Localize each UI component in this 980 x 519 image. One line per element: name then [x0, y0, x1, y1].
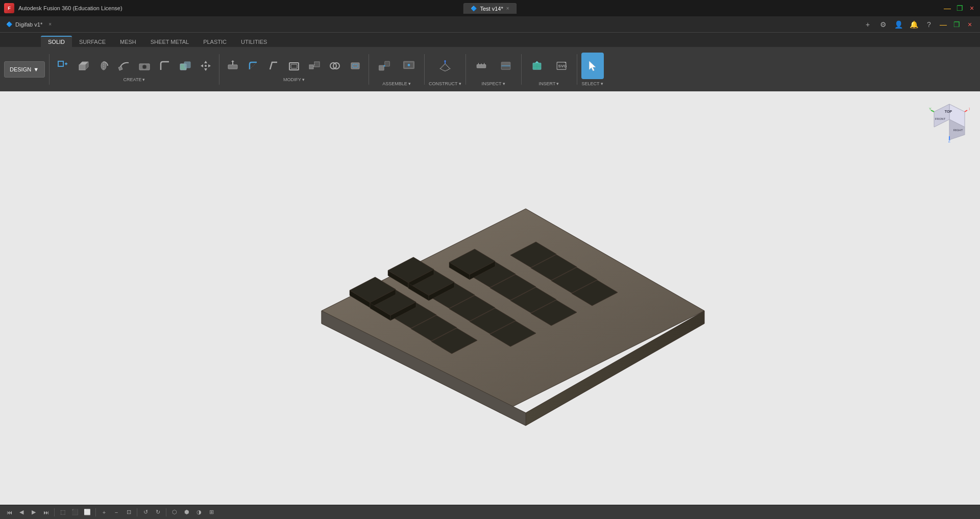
view-type-2[interactable]: ⬛: [70, 507, 80, 517]
timeline-play-button[interactable]: ▶: [29, 507, 39, 517]
display-mode-2[interactable]: ⬢: [182, 507, 192, 517]
timeline-end-button[interactable]: ⏭: [41, 507, 51, 517]
insert-mesh-icon: [531, 60, 543, 72]
measure-button[interactable]: [470, 53, 493, 79]
design-dropdown[interactable]: DESIGN ▼: [4, 61, 45, 78]
settings-icon[interactable]: ⚙: [878, 19, 888, 30]
as-built-joint-button[interactable]: [398, 53, 420, 79]
close-button[interactable]: ×: [968, 4, 976, 12]
combine-icon: [179, 60, 191, 72]
insert-mesh-button[interactable]: [526, 53, 548, 79]
svg-marker-91: [934, 104, 949, 127]
digifab-bar: 🔷 Digifab v1* × + ⚙ 👤 🔔 ? — ❐ ×: [0, 16, 980, 33]
tab-test-v14[interactable]: 🔷 Test v14* ×: [463, 3, 517, 14]
hole-button[interactable]: [135, 57, 154, 75]
svg-marker-14: [204, 68, 207, 71]
revolve-button[interactable]: [94, 57, 113, 75]
svg-line-98: [965, 110, 967, 112]
plane-icon: [439, 60, 451, 72]
display-mode-3[interactable]: ◑: [194, 507, 204, 517]
toolbar-tabs: SOLID SURFACE MESH SHEET METAL PLASTIC U…: [0, 33, 980, 47]
digifab-close-icon[interactable]: ×: [48, 21, 52, 27]
create-icons: [54, 57, 215, 75]
account-icon[interactable]: 👤: [893, 19, 903, 30]
separator-2: [219, 54, 219, 85]
zoom-in-button[interactable]: +: [99, 507, 109, 517]
new-component-button[interactable]: [54, 57, 72, 75]
fillet-button[interactable]: [156, 57, 174, 75]
timeline-start-button[interactable]: ⏮: [4, 507, 14, 517]
insert-svg-button[interactable]: SVG: [550, 53, 573, 79]
scale-button[interactable]: [305, 57, 324, 75]
minimize-button[interactable]: —: [943, 4, 951, 12]
measure-icon: [475, 60, 487, 72]
joint-origin-button[interactable]: ⊞: [206, 507, 216, 517]
offset-face-button[interactable]: [346, 57, 364, 75]
digifab-maximize-button[interactable]: ❐: [952, 20, 961, 29]
view-type-3[interactable]: ⬜: [82, 507, 92, 517]
view-type-1[interactable]: ⬚: [58, 507, 68, 517]
fit-view-button[interactable]: ⊡: [124, 507, 134, 517]
notification-icon[interactable]: 🔔: [909, 19, 919, 30]
tab-plastic[interactable]: PLASTIC: [196, 37, 234, 47]
chamfer-button[interactable]: [264, 57, 283, 75]
redo-view-button[interactable]: ↻: [153, 507, 163, 517]
tab-mesh[interactable]: MESH: [113, 37, 143, 47]
help-icon[interactable]: ?: [924, 19, 934, 30]
svg-marker-15: [201, 64, 203, 67]
svg-marker-38: [440, 64, 450, 71]
tab-surface[interactable]: SURFACE: [72, 37, 113, 47]
bottom-bar: ⏮ ◀ ▶ ⏭ ⬚ ⬛ ⬜ + − ⊡ ↺ ↻ ⬡ ⬢ ◑ ⊞: [0, 505, 980, 519]
undo-view-button[interactable]: ↺: [140, 507, 151, 517]
svg-point-34: [383, 65, 385, 66]
tab-sheet-metal[interactable]: SHEET METAL: [143, 37, 196, 47]
maximize-button[interactable]: ❐: [955, 4, 964, 12]
digifab-close-button[interactable]: ×: [966, 20, 974, 29]
timeline-prev-button[interactable]: ◀: [16, 507, 27, 517]
plane-button[interactable]: [434, 53, 456, 79]
viewport[interactable]: TOP FRONT RIGHT Z X Y: [0, 91, 980, 505]
fillet2-button[interactable]: [244, 57, 262, 75]
tab-utilities[interactable]: UTILITIES: [234, 37, 274, 47]
insert-label: INSERT ▾: [539, 81, 559, 86]
svg-point-37: [408, 64, 410, 66]
joint-button[interactable]: [373, 53, 396, 79]
app-logo: F: [4, 3, 14, 13]
combine2-button[interactable]: [326, 57, 344, 75]
app-title: Autodesk Fusion 360 (Education License): [18, 5, 122, 11]
display-mode-1[interactable]: ⬡: [169, 507, 180, 517]
navigation-cube[interactable]: TOP FRONT RIGHT Z X Y: [929, 102, 970, 142]
svg-marker-40: [444, 60, 446, 61]
section-analysis-button[interactable]: [495, 53, 517, 79]
dropdown-arrow: ▼: [33, 66, 39, 72]
add-tab-button[interactable]: +: [863, 19, 873, 30]
press-pull-icon: [227, 60, 239, 72]
new-component-icon: [57, 60, 69, 72]
shell-button[interactable]: [285, 57, 303, 75]
separator-4: [166, 508, 166, 516]
tab-close-icon[interactable]: ×: [506, 6, 509, 11]
canvas-area[interactable]: TOP FRONT RIGHT Z X Y: [0, 91, 980, 505]
select-button[interactable]: [581, 53, 604, 79]
combine-button[interactable]: [176, 57, 194, 75]
svg-marker-13: [204, 61, 207, 63]
svg-rect-23: [291, 64, 297, 68]
press-pull-button[interactable]: [224, 57, 242, 75]
move-button[interactable]: [197, 57, 215, 75]
zoom-out-button[interactable]: −: [111, 507, 121, 517]
separator: [54, 508, 55, 516]
digifab-minimize-button[interactable]: —: [939, 20, 947, 29]
modify-label: MODIFY ▾: [283, 77, 305, 82]
digifab-left: 🔷 Digifab v1* ×: [6, 21, 52, 28]
create-group: CREATE ▾: [54, 57, 215, 82]
construct-group: CONSTRUCT ▾: [429, 53, 461, 86]
extrude-button[interactable]: [74, 57, 92, 75]
shell-icon: [288, 60, 300, 72]
separator-6: [521, 54, 522, 85]
sweep-button[interactable]: [115, 57, 133, 75]
tab-solid[interactable]: SOLID: [41, 36, 72, 47]
separator-1: [49, 54, 50, 85]
assemble-icons: [373, 53, 420, 79]
svg-rect-18: [228, 65, 237, 69]
digifab-label: Digifab v1*: [15, 21, 42, 28]
